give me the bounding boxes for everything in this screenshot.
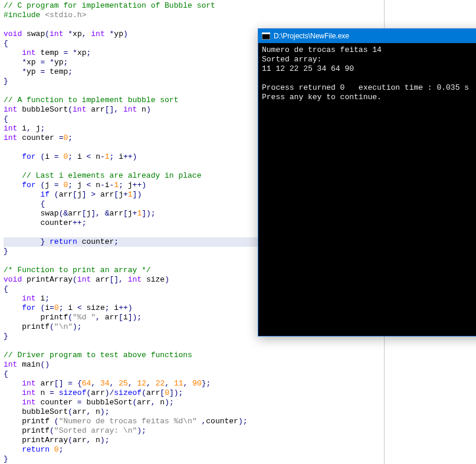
- code-line[interactable]: int main(): [4, 360, 383, 370]
- code-line[interactable]: printf("Sorted array: \n");: [4, 426, 383, 436]
- console-titlebar[interactable]: D:\Projects\NewFile.exe: [258, 29, 476, 43]
- code-line[interactable]: // C program for implementation of Bubbl…: [4, 1, 383, 11]
- svg-rect-1: [262, 32, 270, 34]
- code-line[interactable]: #include <stdio.h>: [4, 11, 383, 20]
- code-line[interactable]: printArray(arr, n);: [4, 436, 383, 445]
- code-line[interactable]: printf ("Numero de trocas feitas %d\n" ,…: [4, 417, 383, 426]
- code-line[interactable]: int arr[] = {64, 34, 25, 12, 22, 11, 90}…: [4, 379, 383, 388]
- console-window[interactable]: D:\Projects\NewFile.exe Numero de trocas…: [258, 28, 476, 336]
- code-line[interactable]: // Driver program to test above function…: [4, 351, 383, 360]
- code-line[interactable]: bubbleSort(arr, n);: [4, 407, 383, 417]
- code-line[interactable]: }: [4, 455, 383, 464]
- console-title: D:\Projects\NewFile.exe: [274, 32, 349, 40]
- code-line[interactable]: int n = sizeof(arr)/sizeof(arr[0]);: [4, 388, 383, 398]
- console-output: Numero de trocas feitas 14 Sorted array:…: [258, 43, 476, 104]
- code-line[interactable]: return 0;: [4, 445, 383, 455]
- code-line[interactable]: int counter = bubbleSort(arr, n);: [4, 398, 383, 407]
- code-line[interactable]: [4, 341, 383, 351]
- code-line[interactable]: {: [4, 370, 383, 379]
- console-icon: [262, 32, 270, 40]
